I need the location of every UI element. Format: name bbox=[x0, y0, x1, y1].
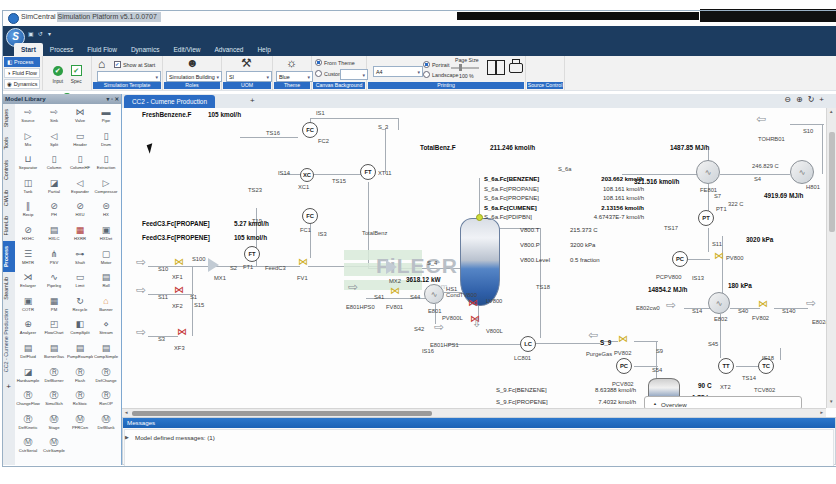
scroll-up-icon[interactable]: ▲ bbox=[829, 109, 833, 114]
tab-fluid-flow[interactable]: Fluid Flow bbox=[80, 43, 124, 56]
undo-icon[interactable]: ↺ bbox=[38, 30, 43, 37]
instrument-bubble[interactable]: LC bbox=[520, 336, 536, 352]
library-item-cotr[interactable]: ▣COTR bbox=[15, 295, 41, 319]
library-item-cstrsample[interactable]: ⓂCstrSample bbox=[41, 436, 67, 460]
library-item-defchange[interactable]: ⓇDefChange bbox=[93, 366, 119, 390]
library-item-separator[interactable]: ⊔Separator bbox=[15, 153, 41, 177]
library-item-defburner[interactable]: ⓇDefBurner bbox=[41, 366, 67, 390]
library-tab-tools[interactable]: Tools bbox=[3, 132, 15, 155]
library-item-hxhc[interactable]: ⊘HXHC bbox=[15, 224, 41, 248]
library-item-pipe[interactable]: ▬Pipe bbox=[93, 106, 119, 130]
instrument-bubble[interactable]: XC bbox=[300, 168, 314, 182]
instrument-bubble[interactable]: PC bbox=[616, 358, 632, 374]
library-item-mhtr[interactable]: ☰MHTR bbox=[15, 248, 41, 272]
valve-icon[interactable]: ⋈ bbox=[468, 298, 478, 307]
library-item-tank[interactable]: ◫Tank bbox=[15, 177, 41, 201]
library-item-hxu[interactable]: ⊘HXU bbox=[67, 200, 93, 224]
refresh-icon[interactable]: ↻ bbox=[808, 95, 815, 104]
library-item-deffluid[interactable]: ▤DefFluid bbox=[15, 342, 41, 366]
library-close-icon[interactable]: ✕ bbox=[114, 96, 119, 102]
uom-dropdown[interactable]: SI▾ bbox=[226, 71, 272, 82]
library-item-motor[interactable]: ▢Motor bbox=[93, 248, 119, 272]
library-tab-steamlib[interactable]: SteamLib bbox=[3, 272, 15, 305]
tab-start[interactable]: Start bbox=[14, 43, 43, 56]
instrument-bubble[interactable]: PT bbox=[698, 210, 714, 226]
instrument-bubble[interactable]: FC bbox=[302, 122, 318, 138]
mode-dynamics-button[interactable]: ◉Dynamics bbox=[4, 79, 40, 89]
library-pin-icon[interactable]: ▫ bbox=[111, 96, 113, 102]
from-theme-radio[interactable]: From Theme bbox=[315, 59, 355, 66]
instrument-bubble[interactable]: PC bbox=[672, 251, 688, 267]
library-item-compsimple[interactable]: ▤CompSimple bbox=[93, 342, 119, 366]
mixer-icon[interactable] bbox=[386, 260, 397, 274]
horizontal-scrollbar[interactable]: ◄ ► bbox=[122, 408, 826, 417]
library-tab-shapes[interactable]: Shapes bbox=[3, 104, 15, 132]
exchanger-icon[interactable]: ∿ bbox=[424, 284, 444, 304]
library-item-cstrserial[interactable]: ⓂCstrSerial bbox=[15, 436, 41, 460]
quick-access-dropdown-icon[interactable]: ▾ bbox=[48, 30, 51, 37]
tab-advanced[interactable]: Advanced bbox=[207, 43, 250, 56]
library-item-pm[interactable]: ▦PM bbox=[41, 295, 67, 319]
page-size-slider-thumb[interactable] bbox=[459, 64, 462, 71]
template-dropdown[interactable]: ▾ bbox=[97, 71, 161, 82]
library-item-sink[interactable]: ⇨Sink bbox=[41, 106, 67, 130]
library-item-extraction[interactable]: ▯Extraction bbox=[93, 153, 119, 177]
valve-icon[interactable]: ⋈ bbox=[177, 327, 187, 336]
library-item-split[interactable]: ◁Split bbox=[41, 130, 67, 154]
source-arrow[interactable]: ⇨ bbox=[666, 300, 676, 311]
mode-fluid-flow-button[interactable]: ◑Fluid Flow bbox=[4, 68, 40, 78]
tab-help[interactable]: Help bbox=[250, 43, 277, 56]
tab-process[interactable]: Process bbox=[43, 43, 80, 56]
instrument-bubble[interactable]: FT bbox=[244, 246, 260, 262]
library-item-simulsch[interactable]: ⓇSimulSch bbox=[41, 389, 67, 413]
print-icon[interactable] bbox=[509, 63, 523, 73]
valve-icon[interactable]: ⋈ bbox=[618, 334, 628, 343]
home-icon[interactable]: ⌂ bbox=[98, 57, 105, 71]
expand-message-icon[interactable]: ▶ bbox=[125, 434, 129, 440]
library-item-defkinetic[interactable]: ⓇDefKinetic bbox=[15, 413, 41, 437]
library-item-columnhf[interactable]: ▯ColumnHF bbox=[67, 153, 93, 177]
library-item-recip[interactable]: ∥Recip bbox=[15, 200, 41, 224]
library-tab-controls[interactable]: Controls bbox=[3, 155, 15, 185]
sink-arrow[interactable]: ⇨ bbox=[806, 298, 816, 309]
library-item-enlarger[interactable]: ⋊Enlarger bbox=[15, 271, 41, 295]
vertical-scroll-thumb[interactable] bbox=[829, 132, 835, 232]
library-item-shaft[interactable]: ⊶Shaft bbox=[67, 248, 93, 272]
exchanger-icon[interactable]: ∿ bbox=[696, 160, 720, 184]
flowsheet-canvas[interactable]: FiLECR.comFreshBenzene.F105 kmol/hIS1TS1… bbox=[122, 108, 826, 408]
library-item-psv[interactable]: ⋔PSV bbox=[41, 248, 67, 272]
pan-icon[interactable]: + bbox=[819, 95, 824, 104]
library-item-defblank[interactable]: ⓂDefBlank bbox=[93, 413, 119, 437]
library-item-hardsample[interactable]: ◪Hardsample bbox=[15, 366, 41, 390]
tab-edit-view[interactable]: Edit/View bbox=[166, 43, 207, 56]
library-tab-process[interactable]: Process bbox=[3, 241, 15, 272]
flowsheet-tab-cc2[interactable]: CC2 - Cumene Production bbox=[124, 95, 215, 108]
library-tab-flarelib[interactable]: FlareLib bbox=[3, 211, 15, 240]
add-flowsheet-tab-button[interactable]: + bbox=[250, 96, 255, 105]
library-item-stage[interactable]: ⓂStage bbox=[41, 413, 67, 437]
library-item-mix[interactable]: ▷Mix bbox=[15, 130, 41, 154]
show-at-start-checkbox[interactable]: ✔Show at Start bbox=[114, 61, 155, 68]
library-item-hx[interactable]: ⊜HX bbox=[93, 200, 119, 224]
instrument-bubble[interactable]: FC bbox=[302, 208, 318, 224]
page-setup-icon[interactable] bbox=[487, 60, 496, 75]
scroll-left-icon[interactable]: ◄ bbox=[124, 410, 128, 415]
library-item-partial[interactable]: ◪Partial bbox=[41, 177, 67, 201]
horizontal-scroll-thumb[interactable] bbox=[132, 411, 432, 416]
library-add-tab-button[interactable]: + bbox=[6, 378, 11, 391]
page-size-slider[interactable] bbox=[451, 67, 479, 69]
library-item-ph[interactable]: ⊘PH bbox=[41, 200, 67, 224]
library-item-recycle[interactable]: ↻Recycle bbox=[67, 295, 93, 319]
source-arrow[interactable]: ⇨ bbox=[136, 257, 146, 268]
library-item-hxlc[interactable]: ▤HXLC bbox=[41, 224, 67, 248]
library-item-burnergas[interactable]: ▤BurnerGas bbox=[41, 342, 67, 366]
landscape-radio[interactable]: Landscape bbox=[423, 71, 458, 78]
library-item-analyzer[interactable]: ⊕Analyzer bbox=[15, 318, 41, 342]
library-item-limit[interactable]: ▭Limit bbox=[67, 271, 93, 295]
valve-icon[interactable]: ⋈ bbox=[174, 257, 184, 266]
instrument-bubble[interactable]: TT bbox=[718, 358, 734, 374]
scroll-right-icon[interactable]: ► bbox=[820, 410, 824, 415]
library-item-banner[interactable]: ⌂Banner bbox=[93, 295, 119, 319]
paper-size-dropdown[interactable]: A4▾ bbox=[373, 66, 423, 77]
valve-icon[interactable]: ⋈ bbox=[298, 257, 308, 266]
